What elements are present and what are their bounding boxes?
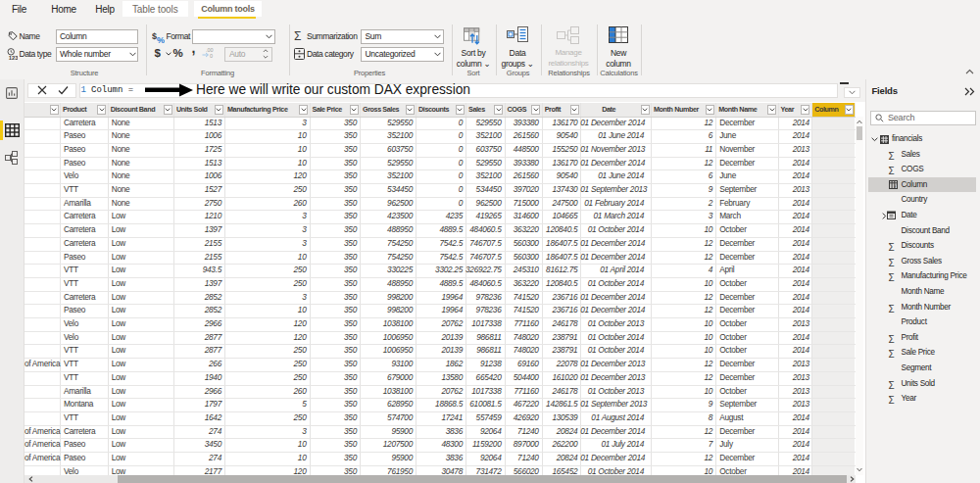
svg-text:%: % [157,35,165,43]
svg-text:123: 123 [9,55,18,61]
svg-text:0: 0 [210,53,213,59]
